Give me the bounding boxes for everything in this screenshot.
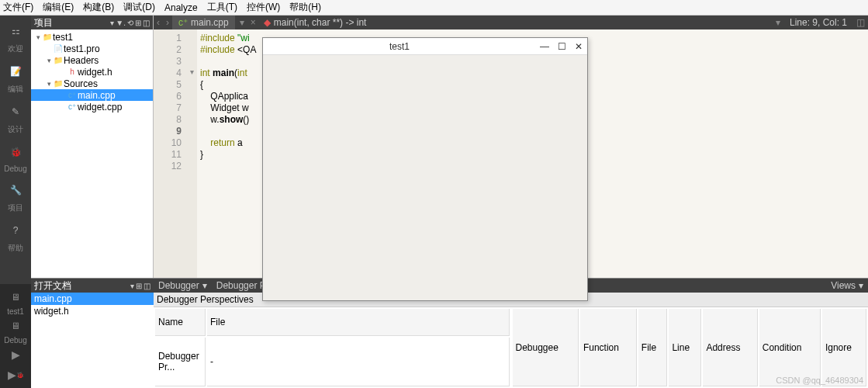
open-file-item[interactable]: main.cpp: [31, 293, 154, 305]
target-icon[interactable]: 🖥: [0, 287, 31, 307]
editor-tab-main[interactable]: c⁺ main.cpp: [172, 16, 235, 29]
tree-root[interactable]: ▾📁test1: [31, 31, 153, 43]
design-label: 设计: [8, 124, 23, 135]
edit-label: 编辑: [8, 84, 23, 95]
views-menu[interactable]: Views ▾: [826, 280, 868, 291]
open-files-pane: 打开文档 ▾ ⊞ ◫ main.cppwidget.h: [31, 279, 154, 388]
symbol-crumb[interactable]: ◆ main(int, char **) -> int: [259, 17, 372, 28]
menu-analyze[interactable]: Analyze: [164, 2, 198, 13]
target-name: test1: [0, 307, 31, 316]
expand-icon[interactable]: ⊞: [135, 19, 141, 27]
mode-bar: ⚏ 欢迎 📝 编辑 ✎ 设计 🐞 Debug 🔧 项目 ? 帮助 🖥 test1…: [0, 16, 31, 388]
app-window[interactable]: test1 — ☐ ✕: [262, 37, 588, 301]
dropdown-icon[interactable]: ▾: [130, 282, 134, 290]
welcome-icon[interactable]: ⚏: [5, 20, 26, 42]
menu-edit[interactable]: 编辑(E): [43, 1, 74, 14]
project-header: 项目 ▾ ▼. ⟲ ⊞ ◫: [31, 16, 153, 29]
menu-bar: 文件(F) 编辑(E) 构建(B) 调试(D) Analyze 工具(T) 控件…: [0, 0, 868, 16]
open-files-header: 打开文档 ▾ ⊞ ◫: [31, 279, 154, 293]
tree-main-cpp[interactable]: c⁺main.cpp: [31, 89, 153, 101]
menu-tools[interactable]: 工具(T): [207, 1, 237, 14]
cpp-file-icon: c⁺: [178, 17, 188, 28]
watermark: CSDN @qq_46489304: [776, 376, 863, 385]
debug-icon[interactable]: 🐞: [5, 141, 26, 163]
buildcfg-label: Debug: [0, 336, 31, 345]
project-label: 项目: [8, 203, 23, 213]
nav-back-icon[interactable]: ‹: [154, 17, 163, 28]
open-files-list[interactable]: main.cppwidget.h: [31, 293, 154, 388]
debugger-left-table[interactable]: NameFile Debugger Pr...-: [154, 307, 511, 388]
line-gutter: 123456789101112: [154, 29, 186, 278]
cursor-position: Line: 9, Col: 1: [783, 17, 853, 28]
project-icon[interactable]: 🔧: [5, 179, 26, 201]
maximize-button[interactable]: ☐: [553, 41, 570, 52]
tab-filename: main.cpp: [191, 17, 229, 28]
menu-debug[interactable]: 调试(D): [123, 1, 155, 14]
expand-icon[interactable]: ⊞: [136, 282, 142, 290]
tab-dropdown-icon[interactable]: ▾: [237, 17, 247, 28]
minimize-button[interactable]: —: [536, 41, 553, 52]
menu-help[interactable]: 帮助(H): [289, 1, 321, 14]
tree-widget-h[interactable]: hwidget.h: [31, 66, 153, 78]
tree-sources[interactable]: ▾📁Sources: [31, 78, 153, 89]
menu-widgets[interactable]: 控件(W): [247, 1, 280, 14]
tab-close-icon[interactable]: ×: [247, 17, 259, 28]
help-icon[interactable]: ?: [5, 220, 26, 241]
split-icon[interactable]: ◫: [144, 282, 150, 290]
design-icon[interactable]: ✎: [5, 101, 26, 123]
app-title: test1: [263, 41, 536, 52]
tree-headers[interactable]: ▾📁Headers: [31, 54, 153, 66]
open-file-item[interactable]: widget.h: [31, 305, 154, 317]
tree-pro-file[interactable]: 📄test1.pro: [31, 43, 153, 54]
project-header-title: 项目: [34, 16, 109, 29]
filter-icon[interactable]: ▼.: [116, 19, 126, 27]
debugger-tab[interactable]: Debugger ▾: [154, 280, 212, 291]
debug-label: Debug: [4, 165, 26, 173]
project-tree[interactable]: ▾📁test1 📄test1.pro ▾📁Headers hwidget.h ▾…: [31, 29, 153, 278]
tree-widget-cpp[interactable]: c⁺widget.cpp: [31, 101, 153, 113]
split-editor-icon[interactable]: ◫: [853, 17, 868, 28]
nav-fwd-icon[interactable]: ›: [163, 17, 172, 28]
welcome-label: 欢迎: [8, 43, 23, 54]
split-icon[interactable]: ◫: [143, 19, 150, 27]
edit-icon[interactable]: 📝: [5, 61, 26, 82]
status-dropdown-icon[interactable]: ▾: [773, 17, 783, 28]
kit-selector: 🖥 test1 🖥 Debug ▶ ▶🐞: [0, 284, 31, 388]
debug-run-button[interactable]: ▶🐞: [0, 365, 31, 385]
project-pane: 项目 ▾ ▼. ⟲ ⊞ ◫ ▾📁test1 📄test1.pro ▾📁Heade…: [31, 16, 154, 278]
run-button[interactable]: ▶: [0, 345, 31, 365]
app-titlebar[interactable]: test1 — ☐ ✕: [263, 38, 587, 55]
menu-file[interactable]: 文件(F): [3, 1, 33, 14]
editor-tabbar: ‹ › c⁺ main.cpp ▾ × ◆ main(int, char **)…: [154, 16, 868, 29]
buildcfg-icon[interactable]: 🖥: [0, 316, 31, 336]
open-files-title: 打开文档: [34, 279, 129, 293]
function-icon: ◆: [264, 17, 271, 28]
sync-icon[interactable]: ⟲: [127, 19, 133, 27]
dropdown-icon[interactable]: ▾: [110, 19, 114, 27]
fold-gutter[interactable]: ▾: [186, 29, 197, 278]
help-label: 帮助: [8, 243, 23, 254]
menu-build[interactable]: 构建(B): [83, 1, 114, 14]
close-button[interactable]: ✕: [570, 41, 587, 52]
